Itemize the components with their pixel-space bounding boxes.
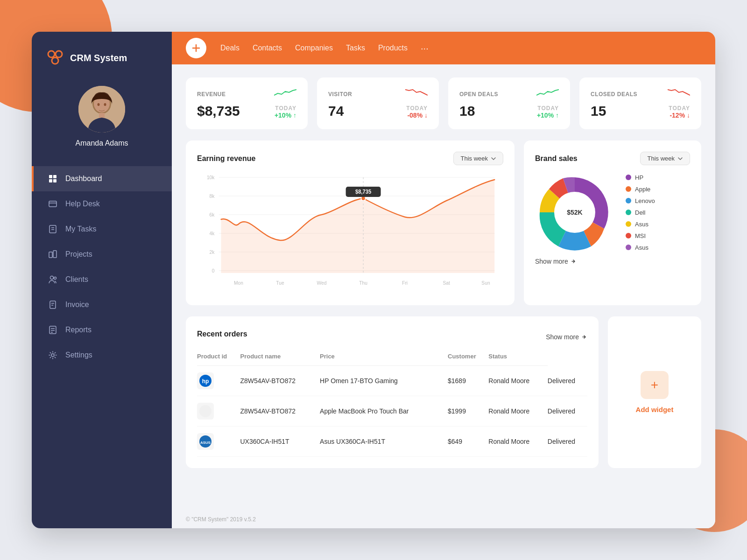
sidebar: CRM System xyxy=(32,32,172,528)
stat-label-3: CLOSED DEALS xyxy=(591,91,637,98)
brand-logo-0: hp xyxy=(197,372,214,389)
earning-week-selector[interactable]: This week xyxy=(453,152,503,165)
nav-link-companies[interactable]: Companies xyxy=(295,44,333,52)
status-1: Delivered xyxy=(548,396,587,427)
show-more-link[interactable]: Show more xyxy=(535,258,690,265)
stats-row: REVENUE $8,735 TODAY +10% ↑ VISITOR 74 T… xyxy=(186,77,701,129)
add-widget-label: Add widget xyxy=(636,406,674,413)
orders-card: Recent orders Show more Product idProduc… xyxy=(186,316,599,468)
legend-dot-1 xyxy=(626,186,631,192)
customer-0: Ronald Moore xyxy=(488,366,548,396)
svg-point-29 xyxy=(51,354,54,357)
status-0: Delivered xyxy=(548,366,587,396)
price-2: $649 xyxy=(448,427,488,457)
stat-change-1: -08% ↓ xyxy=(406,112,428,119)
svg-text:Sun: Sun xyxy=(481,280,490,286)
stat-value-2: 18 xyxy=(459,103,475,119)
stat-sparkline-1 xyxy=(405,88,428,100)
svg-text:2k: 2k xyxy=(210,249,215,255)
svg-text:Fri: Fri xyxy=(402,280,408,286)
add-widget-icon: + xyxy=(641,371,669,399)
legend-label-5: MSI xyxy=(635,232,646,239)
sidebar-item-invoice[interactable]: Invoice xyxy=(32,292,172,317)
product-name-2: Asus UX360CA-IH51T xyxy=(320,427,448,457)
svg-text:10k: 10k xyxy=(207,175,215,180)
svg-point-20 xyxy=(50,276,54,280)
sidebar-item-label: Projects xyxy=(65,250,92,259)
user-profile: Amanda Adams xyxy=(32,77,172,161)
sidebar-item-label: My Tasks xyxy=(65,225,96,233)
earning-chart-title: Earning revenue xyxy=(197,154,255,163)
orders-col-header: Customer xyxy=(448,349,488,366)
sidebar-item-clients[interactable]: Clients xyxy=(32,267,172,292)
svg-rect-15 xyxy=(49,225,56,233)
stat-today-0: TODAY xyxy=(275,105,296,112)
legend-item-1: Apple xyxy=(626,186,655,193)
svg-rect-13 xyxy=(49,201,56,207)
customer-2: Ronald Moore xyxy=(488,427,548,457)
svg-point-1 xyxy=(56,51,62,57)
legend-item-0: HP xyxy=(626,174,655,181)
brand-logo-cell: ASUS xyxy=(197,427,240,457)
stat-today-3: TODAY xyxy=(669,105,690,112)
legend-label-0: HP xyxy=(635,174,643,181)
donut-area: $52K HP Apple Lenovo Dell Asus MSI Asus xyxy=(535,173,690,252)
nav-link-contacts[interactable]: Contacts xyxy=(253,44,282,52)
legend-item-2: Lenovo xyxy=(626,197,655,204)
svg-rect-12 xyxy=(53,179,56,182)
legend-label-6: Asus xyxy=(635,244,648,251)
sidebar-nav: Dashboard Help Desk My Tasks Projects Cl… xyxy=(32,161,172,528)
add-button[interactable] xyxy=(186,38,206,58)
sidebar-item-helpdesk[interactable]: Help Desk xyxy=(32,191,172,217)
dashboard-body: REVENUE $8,735 TODAY +10% ↑ VISITOR 74 T… xyxy=(172,64,715,511)
legend-dot-5 xyxy=(626,233,631,238)
legend-item-6: Asus xyxy=(626,244,655,251)
stat-value-1: 74 xyxy=(328,103,344,119)
nav-more[interactable]: ··· xyxy=(421,43,429,54)
stat-card-3: CLOSED DEALS 15 TODAY -12% ↓ xyxy=(579,77,701,129)
stat-sparkline-0 xyxy=(274,88,296,100)
stat-card-0: REVENUE $8,735 TODAY +10% ↑ xyxy=(186,77,308,129)
sidebar-item-dashboard[interactable]: Dashboard xyxy=(32,166,172,191)
reports-icon xyxy=(48,325,58,335)
brand-sales-card: Brand sales This week xyxy=(524,140,701,305)
nav-link-products[interactable]: Products xyxy=(378,44,408,52)
orders-col-header: Product name xyxy=(240,349,320,366)
table-row: ASUS UX360CA-IH51T Asus UX360CA-IH51T $6… xyxy=(197,427,587,457)
legend-dot-0 xyxy=(626,175,631,180)
brand-legend: HP Apple Lenovo Dell Asus MSI Asus xyxy=(626,174,655,251)
orders-col-header: Product id xyxy=(197,349,240,366)
footer: © "CRM System" 2019 v.5.2 xyxy=(172,511,715,528)
svg-text:Sat: Sat xyxy=(443,280,450,286)
nav-links: DealsContactsCompaniesTasksProducts··· xyxy=(220,43,429,54)
stat-change-0: +10% ↑ xyxy=(275,112,296,119)
product-name-1: Apple MacBook Pro Touch Bar xyxy=(320,396,448,427)
nav-link-deals[interactable]: Deals xyxy=(220,44,240,52)
svg-text:ASUS: ASUS xyxy=(200,441,211,445)
stat-value-3: 15 xyxy=(591,103,606,119)
customer-1: Ronald Moore xyxy=(488,396,548,427)
svg-text:hp: hp xyxy=(202,378,209,385)
brand-week-selector[interactable]: This week xyxy=(640,152,690,165)
sidebar-item-label: Reports xyxy=(65,326,92,334)
svg-point-59 xyxy=(199,405,211,417)
stat-label-0: REVENUE xyxy=(197,91,226,98)
main-content: DealsContactsCompaniesTasksProducts··· R… xyxy=(172,32,715,528)
brand-logo-cell: hp xyxy=(197,366,240,396)
sidebar-item-projects[interactable]: Projects xyxy=(32,242,172,267)
stat-sparkline-3 xyxy=(668,88,690,100)
legend-dot-2 xyxy=(626,198,631,203)
settings-icon xyxy=(48,350,58,360)
sidebar-item-reports[interactable]: Reports xyxy=(32,317,172,343)
sidebar-item-settings[interactable]: Settings xyxy=(32,343,172,368)
user-name: Amanda Adams xyxy=(76,139,128,147)
product-name-0: HP Omen 17-BTO Gaming xyxy=(320,366,448,396)
price-1: $1999 xyxy=(448,396,488,427)
sidebar-item-mytasks[interactable]: My Tasks xyxy=(32,217,172,242)
svg-rect-10 xyxy=(53,175,56,178)
product-id-1: Z8W54AV-BTO872 xyxy=(240,396,320,427)
nav-link-tasks[interactable]: Tasks xyxy=(346,44,365,52)
crm-logo-icon xyxy=(46,49,64,67)
orders-show-more[interactable]: Show more xyxy=(546,333,587,341)
add-widget-card[interactable]: + Add widget xyxy=(608,316,701,468)
